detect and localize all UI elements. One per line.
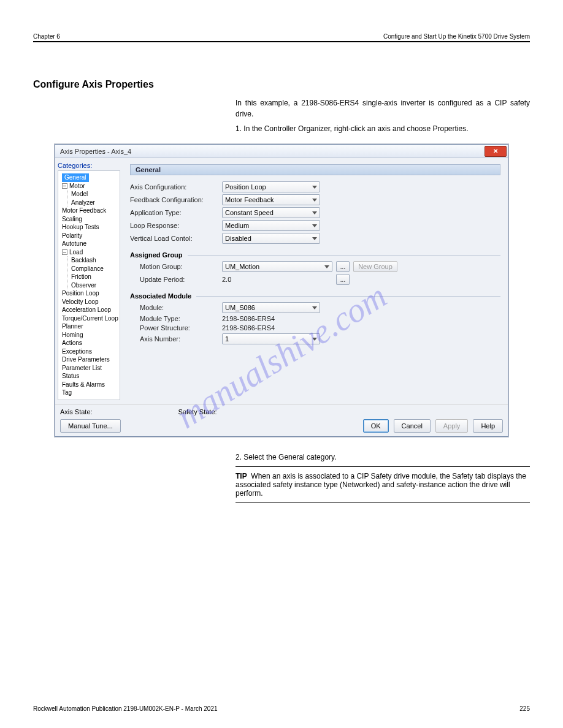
module-select[interactable]: UM_S086 <box>222 302 320 313</box>
help-button[interactable]: Help <box>473 419 503 433</box>
divider <box>196 296 500 297</box>
axis-config-label: Axis Configuration: <box>130 183 222 191</box>
tree-item-friction[interactable]: Friction <box>71 273 118 281</box>
motion-group-select[interactable]: UM_Motion <box>222 261 332 272</box>
intro-paragraph: In this example, a 2198-S086-ERS4 single… <box>236 97 530 119</box>
loop-response-select[interactable]: Medium <box>222 220 320 231</box>
update-period-browse-button[interactable]: ... <box>336 274 350 285</box>
tree-item-planner[interactable]: Planner <box>62 322 118 331</box>
step-1: 1. In the Controller Organizer, right-cl… <box>236 123 530 134</box>
axis-properties-dialog: Axis Properties - Axis_4 ✕ Categories: G… <box>55 144 508 437</box>
application-type-label: Application Type: <box>130 209 222 216</box>
tree-item-backlash[interactable]: Backlash <box>71 256 118 265</box>
loop-response-label: Loop Response: <box>130 222 222 229</box>
axis-state-label: Axis State: <box>60 408 93 415</box>
update-period-label: Update Period: <box>130 276 222 283</box>
tip-box: TIP When an axis is associated to a CIP … <box>236 466 530 503</box>
tree-item-tag[interactable]: Tag <box>62 389 118 397</box>
doc-header-left: Chapter 6 <box>33 33 60 40</box>
tree-collapse-icon[interactable] <box>62 183 67 189</box>
footer-left: Rockwell Automation Publication 2198-UM0… <box>33 705 218 712</box>
feedback-config-value: Motor Feedback <box>225 196 274 203</box>
tree-item-faults-alarms[interactable]: Faults & Alarms <box>62 381 118 389</box>
tree-item-motor-feedback[interactable]: Motor Feedback <box>62 207 118 215</box>
tree-item-homing[interactable]: Homing <box>62 331 118 339</box>
tree-item-observer[interactable]: Observer <box>71 281 118 290</box>
chevron-down-icon <box>312 237 317 240</box>
categories-label: Categories: <box>58 162 120 169</box>
tree-item-analyzer[interactable]: Analyzer <box>71 199 118 207</box>
cancel-button[interactable]: Cancel <box>394 419 431 433</box>
tree-item-position-loop[interactable]: Position Loop <box>62 289 118 298</box>
title-bar: Axis Properties - Axis_4 ✕ <box>55 145 508 158</box>
application-type-value: Constant Speed <box>225 209 274 216</box>
feedback-config-select[interactable]: Motor Feedback <box>222 194 320 205</box>
chevron-down-icon <box>312 211 317 214</box>
tree-item-autotune[interactable]: Autotune <box>62 240 118 248</box>
motion-group-label: Motion Group: <box>130 263 222 270</box>
tree-item-actions[interactable]: Actions <box>62 339 118 347</box>
power-structure-value: 2198-S086-ERS4 <box>222 324 275 332</box>
tree-item-motor[interactable]: Motor <box>69 183 85 189</box>
page-footer: Rockwell Automation Publication 2198-UM0… <box>33 699 530 712</box>
motion-group-browse-button[interactable]: ... <box>336 261 350 272</box>
tree-item-general[interactable]: General <box>62 173 89 182</box>
tree-collapse-icon[interactable] <box>62 249 67 255</box>
tree-item-acceleration-loop[interactable]: Acceleration Loop <box>62 306 118 314</box>
doc-header-right: Configure and Start Up the Kinetix 5700 … <box>383 33 530 40</box>
tip-text: When an axis is associated to a CIP Safe… <box>236 472 526 498</box>
tree-item-polarity[interactable]: Polarity <box>62 232 118 240</box>
update-period-value: 2.0 <box>222 276 332 283</box>
module-value: UM_S086 <box>225 304 255 311</box>
tree-item-compliance[interactable]: Compliance <box>71 265 118 273</box>
assigned-group-heading: Assigned Group <box>130 251 183 259</box>
vertical-load-label: Vertical Load Contol: <box>130 235 222 242</box>
associated-module-heading: Associated Module <box>130 292 191 300</box>
tree-item-scaling[interactable]: Scaling <box>62 215 118 224</box>
manual-tune-button[interactable]: Manual Tune... <box>60 419 121 433</box>
chevron-down-icon <box>312 199 317 202</box>
close-button[interactable]: ✕ <box>484 146 507 157</box>
footer-right: 225 <box>519 705 530 712</box>
tree-item-exceptions[interactable]: Exceptions <box>62 347 118 356</box>
tree-item-hookup-tests[interactable]: Hookup Tests <box>62 223 118 232</box>
axis-number-select[interactable]: 1 <box>222 333 320 344</box>
close-icon: ✕ <box>493 148 498 154</box>
module-label: Module: <box>130 304 222 311</box>
axis-config-value: Position Loop <box>225 183 266 191</box>
tree-item-drive-parameters[interactable]: Drive Parameters <box>62 355 118 364</box>
header-rule <box>33 41 530 42</box>
tree-item-model[interactable]: Model <box>71 190 118 199</box>
axis-number-value: 1 <box>225 335 229 343</box>
apply-button[interactable]: Apply <box>435 419 469 433</box>
motion-group-value: UM_Motion <box>225 263 259 270</box>
vertical-load-select[interactable]: Disabled <box>222 233 320 244</box>
tree-item-parameter-list[interactable]: Parameter List <box>62 364 118 373</box>
loop-response-value: Medium <box>225 222 249 229</box>
tree-item-status[interactable]: Status <box>62 372 118 381</box>
step-2: 2. Select the General category. <box>236 452 530 463</box>
vertical-load-value: Disabled <box>225 235 251 242</box>
application-type-select[interactable]: Constant Speed <box>222 207 320 218</box>
panel-title: General <box>130 164 500 175</box>
tree-item-torque-current-loop[interactable]: Torque/Current Loop <box>62 314 118 323</box>
power-structure-label: Power Structure: <box>130 324 222 332</box>
chevron-down-icon <box>312 186 317 189</box>
category-tree[interactable]: General Motor Model Analyzer Motor Feedb… <box>58 170 120 400</box>
module-type-label: Module Type: <box>130 315 222 322</box>
new-group-button[interactable]: New Group <box>353 261 397 272</box>
doc-header: Chapter 6 Configure and Start Up the Kin… <box>33 33 530 40</box>
chevron-down-icon <box>312 224 317 227</box>
axis-number-label: Axis Number: <box>130 335 222 343</box>
tip-label: TIP <box>236 472 247 480</box>
ok-button[interactable]: OK <box>363 419 389 433</box>
feedback-config-label: Feedback Configuration: <box>130 196 222 203</box>
tree-item-velocity-loop[interactable]: Velocity Loop <box>62 298 118 306</box>
axis-config-select[interactable]: Position Loop <box>222 181 320 192</box>
chevron-down-icon <box>312 338 317 341</box>
chevron-down-icon <box>324 265 329 268</box>
divider <box>188 255 500 256</box>
safety-state-label: Safety State: <box>178 408 217 415</box>
tree-item-load[interactable]: Load <box>69 249 83 256</box>
section-title: Configure Axis Properties <box>33 79 530 90</box>
